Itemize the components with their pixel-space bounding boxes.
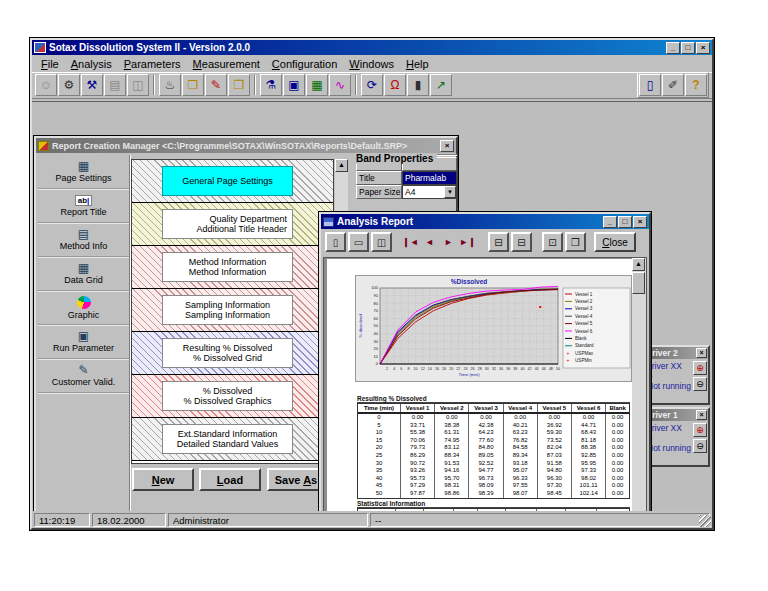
- close-button[interactable]: ×: [633, 216, 647, 228]
- sidebar-item-graphic[interactable]: Graphic: [38, 291, 129, 325]
- last-page-icon[interactable]: ►❙: [459, 232, 476, 252]
- new-button[interactable]: New: [132, 468, 194, 491]
- data-grid-icon[interactable]: ▦: [306, 74, 328, 96]
- band-general-page-settings[interactable]: General Page Settings: [132, 160, 333, 203]
- scroll-up-icon[interactable]: ▲: [335, 159, 348, 172]
- scroll-up-icon[interactable]: ▲: [632, 258, 645, 271]
- sidebar-item-page-settings[interactable]: ▦Page Settings: [38, 155, 129, 189]
- bp-value-paper-size[interactable]: A4▼: [402, 185, 457, 199]
- band-label-box: Method InformationMethod Information: [162, 252, 293, 282]
- menu-item-file[interactable]: File: [35, 57, 65, 71]
- maximize-button[interactable]: □: [681, 42, 695, 54]
- view-two-pages-icon[interactable]: ◫: [371, 232, 392, 252]
- print-icon[interactable]: ⊟: [511, 232, 532, 252]
- cell: 92.52: [469, 460, 503, 468]
- edit-report-icon[interactable]: ✎: [205, 74, 227, 96]
- resize-grip[interactable]: [699, 515, 711, 527]
- menu-item-help[interactable]: Help: [400, 57, 435, 71]
- ar-preview-area: 2468101214161820222426283032343638404244…: [323, 257, 647, 511]
- minimize-button[interactable]: _: [603, 216, 617, 228]
- notes-icon[interactable]: ▯: [639, 74, 661, 96]
- battery-icon[interactable]: ▮: [407, 74, 429, 96]
- svg-text:70: 70: [374, 308, 379, 313]
- band-label-box: Resulting % Dissolved% Dissolved Grid: [162, 338, 293, 368]
- load-button[interactable]: Load: [199, 468, 261, 491]
- band-label-line: % Dissolved Grid: [168, 353, 287, 363]
- ar-scrollbar[interactable]: ▲ ▼: [632, 258, 646, 511]
- cell: 90.72: [401, 460, 435, 468]
- svg-text:Vessel 1: Vessel 1: [575, 292, 593, 297]
- band-label-line: Quality Department: [168, 214, 287, 224]
- column-header: USPMin: [537, 509, 566, 511]
- open-icon[interactable]: ❒: [565, 232, 586, 252]
- maximize-button[interactable]: □: [618, 216, 632, 228]
- omega-icon[interactable]: Ω: [384, 74, 406, 96]
- sidebar-item-data-grid[interactable]: ▦Data Grid: [38, 257, 129, 291]
- svg-text:6: 6: [400, 367, 402, 371]
- prev-page-icon[interactable]: ◄: [421, 232, 438, 252]
- menu-item-windows[interactable]: Windows: [343, 57, 400, 71]
- band-label-line: General Page Settings: [168, 176, 287, 186]
- zoom-in-icon[interactable]: ⊕: [693, 361, 707, 375]
- statistics-icon[interactable]: ↗: [430, 74, 452, 96]
- dropdown-icon[interactable]: ▼: [444, 186, 456, 198]
- close-button[interactable]: ×: [696, 42, 710, 54]
- svg-text:18: 18: [442, 367, 446, 371]
- zoom-in-icon[interactable]: ⊕: [693, 423, 707, 437]
- band-sampling-information[interactable]: Sampling InformationSampling Information: [132, 289, 333, 332]
- pen-icon[interactable]: ✐: [662, 74, 684, 96]
- sidebar-item-run-parameter[interactable]: ▣Run Parameter: [38, 325, 129, 359]
- band-ext-standard-information[interactable]: Ext.Standard InformationDetailed Standar…: [132, 418, 333, 461]
- menu-item-measurement[interactable]: Measurement: [187, 57, 266, 71]
- save-report-icon[interactable]: ❐: [228, 74, 250, 96]
- close-report-button[interactable]: Close: [594, 232, 636, 252]
- band-resulting-dissolved[interactable]: Resulting % Dissolved% Dissolved Grid: [132, 332, 333, 375]
- login-icon[interactable]: ☺: [35, 74, 57, 96]
- band-label-line: Detailed Standard Values: [168, 439, 287, 449]
- first-page-icon[interactable]: ❙◄: [402, 232, 419, 252]
- help-icon[interactable]: ?: [685, 74, 707, 96]
- menu-item-analysis[interactable]: Analysis: [65, 57, 118, 71]
- cell: 94.16: [435, 467, 469, 475]
- status-time: 11:20:19: [34, 513, 90, 527]
- view-whole-page-icon[interactable]: ▯: [325, 232, 346, 252]
- column-header: Blank: [606, 404, 629, 413]
- svg-text:50: 50: [556, 367, 560, 371]
- print-preview-icon[interactable]: ◫: [127, 74, 149, 96]
- next-page-icon[interactable]: ►: [440, 232, 457, 252]
- sidebar-item-label: Run Parameter: [53, 343, 114, 353]
- driver-buttons: ⊕⊖: [693, 423, 707, 455]
- keys-icon[interactable]: ⚒: [81, 74, 103, 96]
- scroll-thumb[interactable]: [632, 272, 645, 294]
- driver-device: driver XX: [647, 423, 693, 433]
- monitor-icon[interactable]: ▣: [283, 74, 305, 96]
- save-as-button[interactable]: Save As: [267, 468, 325, 491]
- save-icon[interactable]: ⊡: [542, 232, 563, 252]
- print-setup-icon[interactable]: ⊟: [488, 232, 509, 252]
- sidebar-item-method-info[interactable]: ▤Method Info: [38, 223, 129, 257]
- svg-text:22: 22: [456, 367, 460, 371]
- print-icon[interactable]: ▤: [104, 74, 126, 96]
- chart-icon[interactable]: ∿: [329, 74, 351, 96]
- menu-item-configuration[interactable]: Configuration: [266, 57, 343, 71]
- sidebar-item-customer-valid[interactable]: ✎Customer Valid.: [38, 359, 129, 393]
- vessel-icon[interactable]: ⚗: [260, 74, 282, 96]
- refresh-icon[interactable]: ⟳: [361, 74, 383, 96]
- svg-text:% dissolved: % dissolved: [358, 314, 363, 338]
- open-report-icon[interactable]: ❒: [182, 74, 204, 96]
- close-icon[interactable]: ×: [696, 410, 707, 420]
- menu-item-parameters[interactable]: Parameters: [118, 57, 187, 71]
- zoom-out-icon[interactable]: ⊖: [693, 377, 707, 391]
- band-quality-department[interactable]: Quality DepartmentAdditional Title Heade…: [132, 203, 333, 246]
- band-dissolved[interactable]: % Dissolved% Dissolved Graphics: [132, 375, 333, 418]
- close-icon[interactable]: ×: [696, 348, 707, 358]
- svg-text:Vessel 6: Vessel 6: [575, 329, 593, 334]
- view-page-width-icon[interactable]: ▭: [348, 232, 369, 252]
- bp-value-title[interactable]: Pharmalab: [402, 171, 457, 185]
- lock-icon[interactable]: ⚙: [58, 74, 80, 96]
- band-method-information[interactable]: Method InformationMethod Information: [132, 246, 333, 289]
- sidebar-item-report-title[interactable]: ab|Report Title: [38, 189, 129, 223]
- minimize-button[interactable]: _: [666, 42, 680, 54]
- method-icon[interactable]: ♨: [159, 74, 181, 96]
- zoom-out-icon[interactable]: ⊖: [693, 439, 707, 453]
